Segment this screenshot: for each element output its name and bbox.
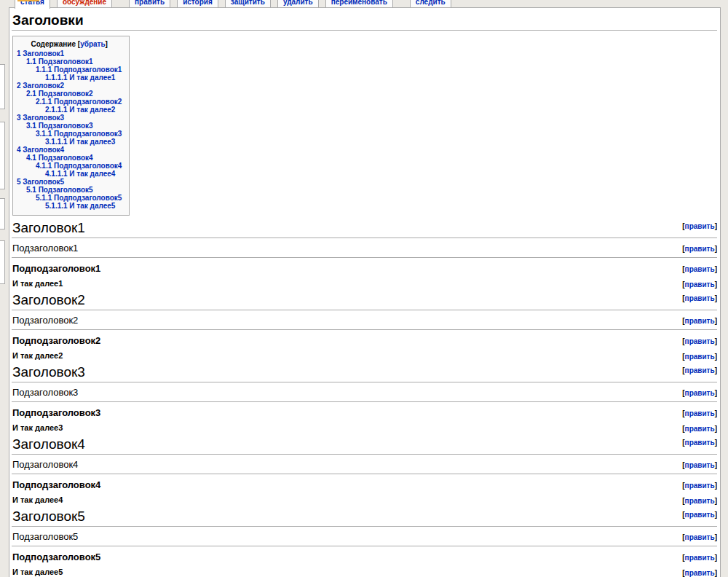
edit-link-anchor[interactable]: править [685, 389, 715, 397]
edit-bracket-close: ] [715, 461, 717, 469]
tab-item[interactable]: переименовать [325, 0, 393, 7]
edit-link-anchor[interactable]: править [685, 222, 715, 230]
toc-entry: 1.1.1 Подподзаголовок1 [17, 66, 122, 74]
toc-entry-link[interactable]: 3.1 Подзаголовок3 [26, 122, 93, 130]
toc-entries: 1 Заголовок1 1.1 Подзаголовок1 1.1.1 Под… [17, 50, 122, 210]
edit-link-anchor[interactable]: править [685, 245, 715, 253]
edit-link-anchor[interactable]: править [685, 337, 715, 345]
toc-entry-link[interactable]: 4.1.1.1 И так далее4 [45, 170, 115, 178]
toc-entry: 1.1 Подзаголовок1 [17, 58, 122, 66]
section-heading-h4: [править] Подподзаголовок2 [12, 336, 717, 346]
toc-entry-link[interactable]: 2.1.1 Подподзаголовок2 [36, 98, 122, 106]
edit-link: [править] [682, 245, 717, 254]
tab-item[interactable]: править [129, 0, 170, 7]
toc-entry: 5.1 Подзаголовок5 [17, 186, 122, 194]
toc-entry: 4.1.1 Подподзаголовок4 [17, 162, 122, 170]
edit-link: [править] [682, 353, 717, 361]
edit-link: [править] [682, 461, 717, 470]
edit-bracket-close: ] [715, 511, 717, 519]
edit-link-anchor[interactable]: править [685, 317, 715, 325]
tab-item[interactable]: следить [410, 0, 451, 7]
edit-link-anchor[interactable]: править [685, 497, 715, 505]
toc-bracket-close: ] [106, 40, 108, 48]
edit-link-anchor[interactable]: править [685, 533, 715, 541]
section-heading-h3: [править] Подзаголовок4 [12, 460, 717, 474]
edit-link-anchor[interactable]: править [685, 554, 715, 562]
section-heading-h5: [править] И так далее1 [12, 279, 717, 288]
toc-entry: 4 Заголовок4 [17, 146, 122, 154]
edit-link: [править] [682, 482, 717, 490]
tab-link[interactable]: править [135, 0, 165, 6]
heading-text: Подподзаголовок2 [12, 335, 100, 346]
edit-bracket-close: ] [715, 439, 717, 447]
toc-box: Содержание [убрать] 1 Заголовок1 1.1 Под… [12, 36, 130, 216]
heading-text: Заголовок5 [12, 509, 85, 524]
heading-text: Подзаголовок1 [12, 243, 78, 254]
edit-link-anchor[interactable]: править [685, 482, 715, 490]
toc-entry-link[interactable]: 4.1.1 Подподзаголовок4 [36, 162, 122, 170]
toc-entry-link[interactable]: 3.1.1.1 И так далее3 [45, 138, 115, 146]
section: [править] Заголовок1 [править] Подзаголо… [12, 221, 717, 288]
edit-link: [править] [682, 337, 717, 346]
tab-link[interactable]: защитить [231, 0, 265, 6]
edit-link: [править] [682, 569, 717, 577]
edit-link-anchor[interactable]: править [685, 366, 715, 374]
toc-entry-link[interactable]: 2.1 Подзаголовок2 [26, 90, 93, 98]
toc-entry-link[interactable]: 5 Заголовок5 [17, 178, 64, 186]
section-heading-h5: [править] И так далее3 [12, 423, 717, 432]
edit-link: [править] [682, 554, 717, 562]
edit-link-anchor[interactable]: править [685, 569, 715, 577]
toc-entry-link[interactable]: 2.1.1.1 И так далее2 [45, 106, 115, 114]
edit-link-anchor[interactable]: править [685, 265, 715, 273]
edit-link-anchor[interactable]: править [685, 425, 715, 433]
edit-link-anchor[interactable]: править [685, 439, 715, 447]
edit-link-anchor[interactable]: править [685, 353, 715, 361]
heading-text: Подподзаголовок3 [12, 407, 100, 418]
tab-item[interactable]: история [177, 0, 218, 7]
section-heading-h3: [править] Подзаголовок3 [12, 388, 717, 402]
tab-link[interactable]: следить [416, 0, 446, 6]
tab-link[interactable]: переименовать [331, 0, 387, 6]
section-heading-h5: [править] И так далее2 [12, 351, 717, 360]
tab-link[interactable]: обсуждение [63, 0, 106, 6]
toc-hide-link[interactable]: убрать [80, 40, 105, 48]
section-heading-h4: [править] Подподзаголовок1 [12, 264, 717, 274]
heading-text: Подзаголовок3 [12, 387, 78, 398]
section-heading-h2: [править] Заголовок1 [12, 221, 717, 238]
toc-entry-link[interactable]: 1.1 Подзаголовок1 [26, 58, 93, 66]
tab-item[interactable]: удалить [277, 0, 319, 7]
edit-link-anchor[interactable]: править [685, 511, 715, 519]
edit-link-anchor[interactable]: править [685, 294, 715, 302]
toc-entry-link[interactable]: 5.1 Подзаголовок5 [26, 186, 93, 194]
sections: [править] Заголовок1 [править] Подзаголо… [12, 221, 717, 576]
toc-entry-link[interactable]: 1.1.1 Подподзаголовок1 [36, 66, 122, 74]
toc-entry-link[interactable]: 1.1.1.1 И так далее1 [45, 74, 115, 82]
edit-bracket-close: ] [715, 245, 717, 253]
toc-entry-link[interactable]: 5.1.1.1 И так далее5 [45, 202, 115, 210]
toc-entry-link[interactable]: 3 Заголовок3 [17, 114, 64, 122]
toc-entry-link[interactable]: 5.1.1 Подподзаголовок5 [36, 194, 122, 202]
tab-item[interactable]: защитить [225, 0, 271, 7]
toc-entry: 5.1.1 Подподзаголовок5 [17, 194, 122, 202]
toc-entry-link[interactable]: 2 Заголовок2 [17, 82, 64, 90]
edit-link-anchor[interactable]: править [685, 280, 715, 288]
edit-bracket-close: ] [715, 265, 717, 273]
sidebar-portlet-edge [0, 240, 5, 284]
toc-entry-link[interactable]: 4 Заголовок4 [17, 146, 64, 154]
tab-link[interactable]: удалить [283, 0, 313, 6]
toc-entry-link[interactable]: 3.1.1 Подподзаголовок3 [36, 130, 122, 138]
edit-link: [править] [682, 511, 717, 519]
heading-text: И так далее1 [12, 279, 63, 288]
section-heading-h4: [править] Подподзаголовок4 [12, 480, 717, 490]
tab-link[interactable]: история [183, 0, 213, 6]
toc-entry-link[interactable]: 1 Заголовок1 [17, 50, 64, 58]
edit-link: [править] [682, 280, 717, 289]
heading-text: И так далее5 [12, 568, 63, 576]
toc-entry-link[interactable]: 4.1 Подзаголовок4 [26, 154, 93, 162]
edit-link-anchor[interactable]: править [685, 409, 715, 417]
section: [править] Заголовок5 [править] Подзаголо… [12, 509, 717, 576]
edit-link-anchor[interactable]: править [685, 461, 715, 469]
edit-bracket-close: ] [715, 294, 717, 302]
sidebar-portlet-edge [0, 122, 5, 189]
tab-item[interactable]: обсуждение [57, 0, 112, 7]
